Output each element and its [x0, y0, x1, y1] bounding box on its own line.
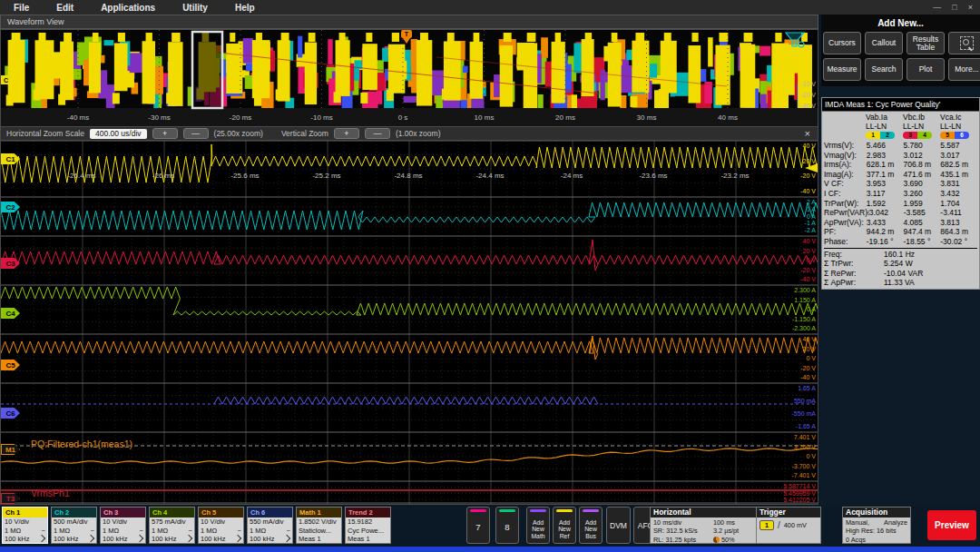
- menu-utility[interactable]: Utility: [169, 3, 221, 13]
- minimize-icon[interactable]: —: [933, 3, 941, 12]
- channel-7-button[interactable]: 7: [466, 507, 490, 544]
- menu-file[interactable]: File: [0, 3, 43, 13]
- v-zoom-minus-button[interactable]: —: [365, 128, 390, 139]
- h-zoom-value-field[interactable]: 400.00 us/div: [90, 129, 147, 139]
- measurement-value: 3.012: [903, 151, 940, 161]
- measurement-value: 628.1 m: [867, 160, 904, 170]
- measurement-summary: Freq:160.1 HzΣ TrPwr:5.254 WΣ RePwr:-10.…: [824, 248, 977, 288]
- measurement-label: I CF:: [824, 189, 867, 199]
- horizontal-panel[interactable]: Horizontal 10 ms/div100 msSR: 312.5 kS/s…: [650, 507, 767, 544]
- measurement-value: -18.55 °: [903, 237, 940, 247]
- ac-coupling-icon: ~: [238, 527, 241, 536]
- badge-line: 1 MΩ~: [201, 527, 241, 536]
- measurement-value: 2.983: [867, 151, 904, 161]
- channel-badges: Ch 110 V/div1 MΩ~100 kHzCh 2500 mA/div1 …: [2, 507, 391, 544]
- plot-button[interactable]: Plot: [906, 58, 945, 81]
- badge-ch2[interactable]: Ch 2500 mA/div1 MΩ~100 kHz: [51, 507, 97, 544]
- measurement-label: ApPwr(VA):: [824, 218, 867, 228]
- measurement-row: Vmag(V):2.9833.0123.017: [824, 151, 977, 161]
- search-button[interactable]: Search: [865, 58, 903, 81]
- badge-ch6[interactable]: Ch 6550 mA/div1 MΩ~100 kHz: [247, 507, 293, 544]
- measurement-panel-title[interactable]: IMDA Meas 1: Cyc Power Quality': [822, 98, 979, 112]
- overview-svg[interactable]: -40 ms-30 ms-20 ms-10 ms0 s10 ms20 ms30 …: [1, 30, 818, 126]
- add-new-math-button[interactable]: Add New Math: [526, 507, 550, 544]
- badge-body: 10 V/div1 MΩ~100 kHz: [3, 518, 47, 544]
- v-zoom-plus-button[interactable]: +: [334, 128, 359, 139]
- add-new-ref-button[interactable]: Add New Ref: [553, 507, 576, 544]
- bottom-accent-strip: [0, 547, 980, 552]
- waveform-overview[interactable]: -40 ms-30 ms-20 ms-10 ms0 s10 ms20 ms30 …: [0, 29, 818, 127]
- badge-ch3[interactable]: Ch 310 V/div1 MΩ~100 kHz: [100, 507, 146, 544]
- overview-scale-label: -10 V: [800, 81, 816, 87]
- add-color-stripe: [530, 509, 546, 512]
- measurement-value: 4.085: [903, 218, 940, 228]
- badge-ch4[interactable]: Ch 4575 mA/div1 MΩ~100 kHz: [149, 507, 195, 544]
- trigger-panel[interactable]: Trigger 1 / 400 mV: [756, 507, 821, 544]
- measure-button[interactable]: Measure: [823, 58, 861, 81]
- badge-header: Ch 5: [199, 508, 243, 518]
- measurement-label: Vmag(V):: [824, 151, 867, 161]
- close-icon[interactable]: ×: [968, 3, 973, 12]
- measurement-value: 1.592: [867, 199, 904, 209]
- badge-line: Cyc Powe...: [348, 527, 388, 536]
- main-waveform-svg[interactable]: [1, 141, 818, 504]
- measurement-label: Imag(A):: [824, 170, 867, 180]
- acquisition-panel[interactable]: Acquisition Manual, Analyze High Res: 16…: [842, 507, 911, 544]
- zoomed-waveform-view[interactable]: [0, 140, 818, 505]
- badge-ch5[interactable]: Ch 510 V/div1 MΩ~100 kHz: [198, 507, 244, 544]
- preview-button[interactable]: Preview: [927, 510, 976, 540]
- results-table-button[interactable]: Results Table: [906, 32, 945, 54]
- badge-line: 1 MΩ~: [152, 527, 192, 536]
- h-zoom-label: Horizontal Zoom Scale: [6, 129, 84, 138]
- measurement-value: 3.433: [867, 218, 904, 228]
- measurement-value: 864.3 m: [940, 227, 977, 237]
- more-button[interactable]: More...: [948, 58, 980, 81]
- menu-edit[interactable]: Edit: [43, 3, 87, 13]
- measurement-results-panel[interactable]: IMDA Meas 1: Cyc Power Quality' Vab.IaLL…: [821, 97, 980, 290]
- maximize-icon[interactable]: □: [952, 3, 956, 12]
- channel-8-button[interactable]: 8: [495, 507, 519, 544]
- channel-color-stripe: [499, 509, 515, 512]
- measurement-table: Vab.IaLL-LN12Vbc.IbLL-LN34Vca.IcLL-LN56V…: [822, 112, 979, 289]
- cursors-button[interactable]: Cursors: [823, 32, 861, 54]
- measurement-value: -30.02 °: [940, 237, 977, 247]
- overview-time-label: 20 ms: [555, 113, 575, 122]
- badge-body: 500 mA/div1 MΩ~100 kHz: [52, 518, 96, 544]
- summary-value: -10.04 VAR: [884, 269, 923, 279]
- add-new-bus-button[interactable]: Add New Bus: [579, 507, 603, 544]
- measurement-label: V CF:: [824, 179, 867, 189]
- acquisition-detail: High Res: 16 bits: [846, 527, 907, 535]
- h-zoom-plus-button[interactable]: +: [152, 128, 178, 139]
- h-zoom-minus-button[interactable]: —: [183, 128, 209, 139]
- badge-line: 1 MΩ~: [5, 527, 45, 536]
- measurement-value: 706.8 m: [903, 160, 940, 170]
- overview-scale-label: -20 V: [800, 92, 816, 98]
- v-zoom-label: Vertical Zoom: [281, 129, 328, 138]
- waveform-view-tab[interactable]: Waveform View: [0, 15, 818, 29]
- column-name: Vca.Ic: [940, 113, 977, 122]
- measurement-row: Phase:-19.16 °-18.55 °-30.02 °: [824, 237, 977, 247]
- right-panel: Add New... CursorsCalloutResults TableMe…: [821, 15, 980, 506]
- acquisition-analyze: Analyze: [884, 518, 907, 527]
- badge-ch1[interactable]: Ch 110 V/div1 MΩ~100 kHz: [2, 507, 48, 544]
- menu-help[interactable]: Help: [221, 3, 269, 13]
- overview-time-label: -20 ms: [230, 113, 251, 122]
- column-sub: LL-LN: [940, 122, 977, 131]
- measurement-value: 3.831: [940, 179, 977, 189]
- zoom-toolbar: Horizontal Zoom Scale 400.00 us/div + — …: [0, 127, 818, 140]
- badge-math1[interactable]: Math 11.8502 V/divStaticlow...Meas 1: [296, 507, 342, 544]
- close-zoom-icon[interactable]: ×: [805, 129, 810, 139]
- summary-label: Σ ApPwr:: [824, 278, 871, 288]
- summary-value: 5.254 W: [884, 259, 913, 269]
- source-badge-1: 1: [866, 132, 880, 139]
- measurement-column: Vab.IaLL-LN12: [866, 113, 903, 141]
- callout-button[interactable]: Callout: [865, 32, 903, 54]
- measurement-value: -3.042: [867, 208, 904, 218]
- badge-trend2[interactable]: Trend 215.9182Cyc Powe...Meas 1: [345, 507, 391, 544]
- measurement-value: 3.690: [903, 179, 940, 189]
- menu-applications[interactable]: Applications: [87, 3, 169, 13]
- dvm-button[interactable]: DVM: [606, 507, 631, 544]
- horizontal-cell: RL: 31.25 kpts: [653, 536, 713, 544]
- zoom-select-button[interactable]: [948, 32, 980, 54]
- measurement-value: 5.587: [940, 141, 977, 151]
